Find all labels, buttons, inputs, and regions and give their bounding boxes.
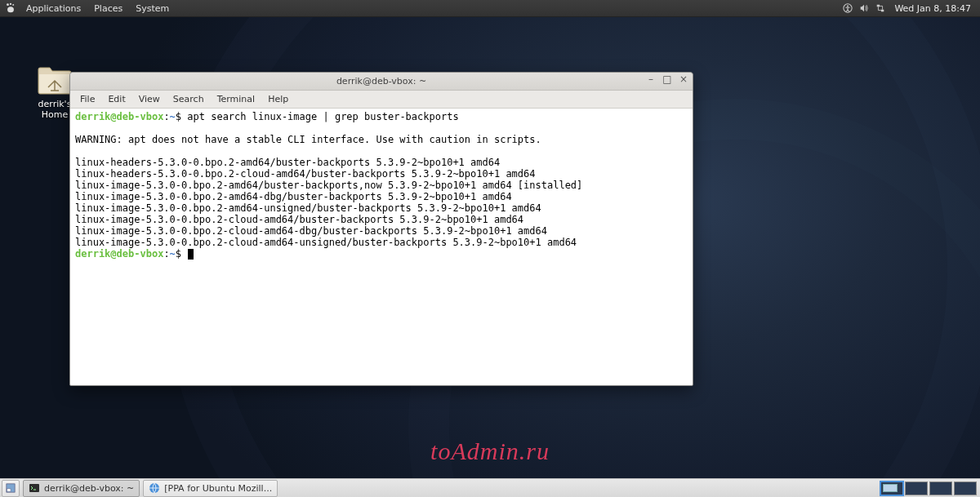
prompt-path: ~	[170, 248, 176, 260]
taskbar-item-label: derrik@deb-vbox: ~	[44, 483, 134, 494]
window-titlebar[interactable]: derrik@deb-vbox: ~ – □ ×	[70, 73, 693, 91]
output-line: linux-image-5.3.0-0.bpo.2-amd64/buster-b…	[75, 180, 582, 191]
output-line: linux-image-5.3.0-0.bpo.2-cloud-amd64-un…	[75, 237, 577, 248]
prompt-user: derrik@deb-vbox	[75, 248, 163, 260]
svg-point-2	[12, 4, 14, 6]
svg-rect-7	[881, 10, 884, 12]
output-line: linux-image-5.3.0-0.bpo.2-amd64-dbg/bust…	[75, 191, 512, 202]
workspace-4[interactable]	[954, 481, 977, 495]
prompt-sep: :	[163, 111, 169, 122]
menu-file[interactable]: File	[74, 91, 101, 109]
svg-rect-10	[29, 484, 39, 492]
output-line: linux-headers-5.3.0-0.bpo.2-amd64/buster…	[75, 157, 500, 168]
show-desktop-button[interactable]	[2, 480, 20, 497]
workspace-3[interactable]	[929, 481, 952, 495]
menu-search[interactable]: Search	[167, 91, 211, 109]
volume-icon[interactable]	[858, 2, 870, 14]
terminal-icon	[29, 482, 40, 494]
svg-rect-9	[7, 489, 11, 491]
system-tray: Wed Jan 8, 18:47	[842, 2, 979, 14]
menu-terminal[interactable]: Terminal	[211, 91, 262, 109]
svg-rect-6	[877, 5, 880, 7]
prompt-path: ~	[170, 111, 176, 122]
window-maximize-button[interactable]: □	[662, 74, 673, 86]
network-icon[interactable]	[875, 2, 886, 14]
menu-view[interactable]: View	[132, 91, 167, 109]
panel-clock[interactable]: Wed Jan 8, 18:47	[891, 3, 974, 14]
output-line: linux-image-5.3.0-0.bpo.2-cloud-amd64/bu…	[75, 214, 523, 225]
menu-edit[interactable]: Edit	[101, 91, 131, 109]
prompt-dollar: $	[176, 248, 187, 260]
desktop[interactable]: derrik's Home derrik@deb-vbox: ~ – □ × F…	[0, 17, 980, 478]
window-minimize-button[interactable]: –	[645, 74, 657, 86]
top-panel: Applications Places System Wed Jan 8, 18…	[0, 0, 980, 17]
workspace-1[interactable]	[880, 481, 903, 495]
prompt-user: derrik@deb-vbox	[75, 111, 163, 122]
home-folder-icon	[37, 66, 73, 95]
workspace-switcher	[879, 480, 978, 497]
taskbar-item-browser[interactable]: [PPA for Ubuntu Mozill...	[143, 480, 278, 497]
output-line: linux-image-5.3.0-0.bpo.2-cloud-amd64-db…	[75, 225, 547, 237]
output-line: linux-image-5.3.0-0.bpo.2-amd64-unsigned…	[75, 202, 541, 214]
gnome-foot-icon	[3, 1, 18, 16]
panel-menu-applications[interactable]: Applications	[20, 0, 87, 17]
accessibility-icon[interactable]	[842, 2, 853, 14]
menu-help[interactable]: Help	[261, 91, 295, 109]
taskbar-item-label: [PPA for Ubuntu Mozill...	[164, 483, 272, 494]
panel-menu-places[interactable]: Places	[87, 0, 129, 17]
svg-point-0	[7, 3, 9, 6]
bottom-panel: derrik@deb-vbox: ~ [PPA for Ubuntu Mozil…	[0, 478, 980, 497]
window-close-button[interactable]: ×	[678, 74, 689, 86]
prompt-sep: :	[163, 248, 169, 260]
watermark-text: toAdmin.ru	[430, 437, 550, 465]
terminal-cursor	[188, 249, 194, 260]
output-line: linux-headers-5.3.0-0.bpo.2-cloud-amd64/…	[75, 168, 536, 180]
panel-menu-system[interactable]: System	[129, 0, 176, 17]
svg-point-3	[7, 7, 14, 12]
globe-icon	[149, 482, 160, 494]
svg-point-1	[10, 3, 11, 5]
prompt-dollar: $	[176, 111, 187, 122]
terminal-menubar: File Edit View Search Terminal Help	[70, 91, 693, 109]
terminal-output-area[interactable]: derrik@deb-vbox:~$ apt search linux-imag…	[70, 109, 693, 385]
svg-point-5	[847, 5, 849, 7]
warning-line: WARNING: apt does not have a stable CLI …	[75, 134, 541, 145]
terminal-window: derrik@deb-vbox: ~ – □ × File Edit View …	[69, 72, 693, 386]
workspace-2[interactable]	[905, 481, 928, 495]
taskbar-item-terminal[interactable]: derrik@deb-vbox: ~	[23, 480, 140, 497]
window-title: derrik@deb-vbox: ~	[70, 76, 693, 87]
command-text: apt search linux-image | grep buster-bac…	[187, 111, 458, 122]
